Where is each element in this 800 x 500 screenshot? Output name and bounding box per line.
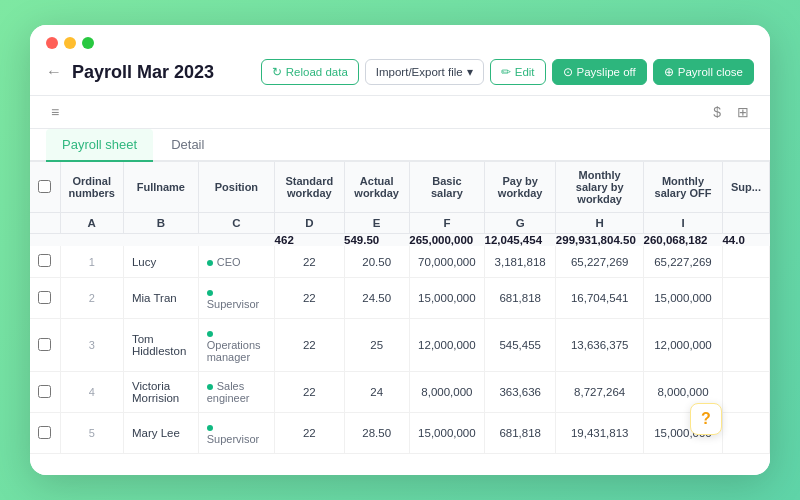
table-row: 5 Mary Lee Supervisor 22 28.50 15,000,00… — [30, 413, 770, 454]
row-checkbox-3[interactable] — [30, 319, 60, 372]
row-num-5: 5 — [60, 413, 123, 454]
col-a: A — [60, 213, 123, 234]
row-f-1: 70,000,000 — [409, 246, 484, 278]
summary-f: 265,000,000 — [409, 234, 484, 247]
back-button[interactable]: ← — [46, 63, 62, 81]
col-monthly-salary-by-workday-header: Monthly salary by workday — [556, 162, 644, 213]
status-dot-4 — [207, 384, 213, 390]
row-name-5: Mary Lee — [123, 413, 198, 454]
row-i-2: 15,000,000 — [644, 278, 723, 319]
row-name-4: Victoria Morrision — [123, 372, 198, 413]
row-position-1: CEO — [198, 246, 274, 278]
row-checkbox-5[interactable] — [30, 413, 60, 454]
filter-button[interactable]: ≡ — [46, 102, 64, 122]
main-window: ← Payroll Mar 2023 ↻ Reload data Import/… — [30, 25, 770, 475]
maximize-traffic-light[interactable] — [82, 37, 94, 49]
checkbox-2[interactable] — [38, 291, 51, 304]
checkbox-4[interactable] — [38, 385, 51, 398]
row-h-5: 19,431,813 — [556, 413, 644, 454]
summary-empty3 — [123, 234, 198, 247]
tab-payroll-sheet[interactable]: Payroll sheet — [46, 129, 153, 162]
row-e-5: 28.50 — [344, 413, 409, 454]
lock-icon: ⊕ — [664, 65, 674, 79]
col-e: E — [344, 213, 409, 234]
summary-d: 462 — [275, 234, 344, 247]
row-h-3: 13,636,375 — [556, 319, 644, 372]
summary-empty4 — [198, 234, 274, 247]
row-j-2 — [722, 278, 769, 319]
row-checkbox-4[interactable] — [30, 372, 60, 413]
row-checkbox-2[interactable] — [30, 278, 60, 319]
row-name-1: Lucy — [123, 246, 198, 278]
dollar-view-button[interactable]: $ — [708, 102, 726, 122]
reload-icon: ↻ — [272, 65, 282, 79]
row-h-2: 16,704,541 — [556, 278, 644, 319]
row-f-3: 12,000,000 — [409, 319, 484, 372]
row-g-3: 545,455 — [485, 319, 556, 372]
row-g-4: 363,636 — [485, 372, 556, 413]
col-i: I — [644, 213, 723, 234]
summary-empty1 — [30, 234, 60, 247]
row-d-1: 22 — [275, 246, 344, 278]
table-header-row: Ordinalnumbers Fullname Position Standar… — [30, 162, 770, 213]
row-d-3: 22 — [275, 319, 344, 372]
toolbar-left: ≡ — [46, 102, 64, 122]
table-body: 1 Lucy CEO 22 20.50 70,000,000 3,181,818… — [30, 246, 770, 454]
col-a-label — [30, 213, 60, 234]
grid-view-button[interactable]: ⊞ — [732, 102, 754, 122]
row-position-2: Supervisor — [198, 278, 274, 319]
import-export-button[interactable]: Import/Export file ▾ — [365, 59, 484, 85]
summary-empty2 — [60, 234, 123, 247]
minimize-traffic-light[interactable] — [64, 37, 76, 49]
close-traffic-light[interactable] — [46, 37, 58, 49]
checkbox-3[interactable] — [38, 338, 51, 351]
row-position-3: Operations manager — [198, 319, 274, 372]
col-j — [722, 213, 769, 234]
edit-icon: ✏ — [501, 65, 511, 79]
col-monthly-salary-off-header: Monthly salary OFF — [644, 162, 723, 213]
row-num-2: 2 — [60, 278, 123, 319]
row-g-5: 681,818 — [485, 413, 556, 454]
reload-data-button[interactable]: ↻ Reload data — [261, 59, 359, 85]
toolbar-right: $ ⊞ — [708, 102, 754, 122]
checkbox-1[interactable] — [38, 254, 51, 267]
row-j-1 — [722, 246, 769, 278]
help-button[interactable]: ? — [690, 403, 722, 435]
row-h-4: 8,727,264 — [556, 372, 644, 413]
row-d-5: 22 — [275, 413, 344, 454]
header-row: ← Payroll Mar 2023 ↻ Reload data Import/… — [46, 59, 754, 95]
edit-button[interactable]: ✏ Edit — [490, 59, 546, 85]
payroll-close-button[interactable]: ⊕ Payroll close — [653, 59, 754, 85]
checkbox-5[interactable] — [38, 426, 51, 439]
tab-detail[interactable]: Detail — [155, 129, 220, 162]
select-all-checkbox[interactable] — [38, 180, 51, 193]
row-j-3 — [722, 319, 769, 372]
table-container[interactable]: Ordinalnumbers Fullname Position Standar… — [30, 162, 770, 475]
row-d-2: 22 — [275, 278, 344, 319]
row-e-1: 20.50 — [344, 246, 409, 278]
summary-h: 299,931,804.50 — [556, 234, 644, 247]
row-j-5 — [722, 413, 769, 454]
payslip-off-button[interactable]: ⊙ Payslipe off — [552, 59, 647, 85]
col-standard-workday-header: Standard workday — [275, 162, 344, 213]
row-f-2: 15,000,000 — [409, 278, 484, 319]
col-actual-workday-header: Actual workday — [344, 162, 409, 213]
payroll-table: Ordinalnumbers Fullname Position Standar… — [30, 162, 770, 454]
col-basic-salary-header: Basic salary — [409, 162, 484, 213]
col-pay-by-workday-header: Pay by workday — [485, 162, 556, 213]
row-g-1: 3,181,818 — [485, 246, 556, 278]
col-ordinal-header: Ordinalnumbers — [60, 162, 123, 213]
col-f: F — [409, 213, 484, 234]
row-h-1: 65,227,269 — [556, 246, 644, 278]
row-name-2: Mia Tran — [123, 278, 198, 319]
table-row: 3 Tom Hiddleston Operations manager 22 2… — [30, 319, 770, 372]
row-e-2: 24.50 — [344, 278, 409, 319]
table-summary-row: 462 549.50 265,000,000 12,045,454 299,93… — [30, 234, 770, 247]
summary-g: 12,045,454 — [485, 234, 556, 247]
col-b: B — [123, 213, 198, 234]
col-position-header: Position — [198, 162, 274, 213]
page-title: Payroll Mar 2023 — [72, 62, 214, 83]
row-checkbox-1[interactable] — [30, 246, 60, 278]
header-right: ↻ Reload data Import/Export file ▾ ✏ Edi… — [261, 59, 754, 85]
toolbar: ≡ $ ⊞ — [30, 96, 770, 129]
